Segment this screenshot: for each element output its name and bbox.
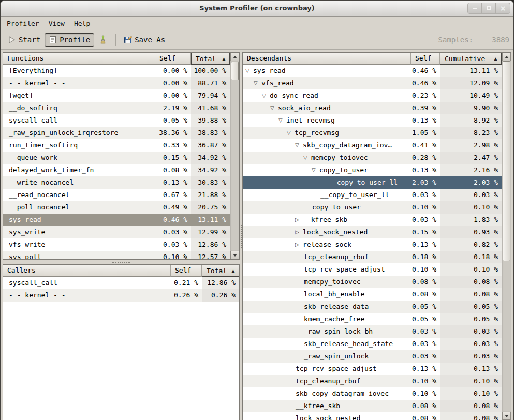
descendants-column-header[interactable]: Descendants [243,53,411,65]
table-row[interactable]: tcp_rcv_space_adjust0.13 %0.13 % [243,363,502,375]
table-cell: 0.15 % [155,152,191,164]
splitter-grip-icon [241,225,242,248]
table-row[interactable]: ▽copy_to_user0.13 %2.16 % [243,164,502,176]
table-row[interactable]: sys_read0.46 %13.11 % [3,214,230,226]
scrollbar-thumb[interactable] [231,62,239,80]
self-column-header[interactable]: Self [411,53,440,65]
table-row[interactable]: __queue_work0.15 %34.92 % [3,152,230,164]
table-row[interactable]: sys_write0.03 %12.99 % [3,226,230,238]
table-row[interactable]: local_bh_enable0.08 %0.08 % [243,288,502,301]
table-cell: 2.16 % [440,164,502,176]
table-row[interactable]: ▽skb_copy_datagram_iov…0.41 %2.98 % [243,139,502,152]
scrollbar-track[interactable] [502,61,511,412]
menu-help[interactable]: Help [69,18,95,29]
table-row[interactable]: syscall_call0.21 %12.86 % [3,277,239,289]
table-row[interactable]: __write_nocancel0.13 %30.83 % [3,176,230,189]
table-row[interactable]: skb_copy_datagram_iovec0.10 %0.10 % [243,387,502,400]
pane-splitter-horizontal[interactable] [3,260,240,264]
table-cell: 12.86 % [191,238,230,251]
save-as-button[interactable]: Save As [120,33,169,47]
scroll-up-button[interactable] [502,53,511,61]
expander-open-icon[interactable]: ▽ [278,114,286,127]
scroll-up-button[interactable] [230,53,239,61]
self-column-header[interactable]: Self [171,265,202,277]
scrollbar-thumb[interactable] [503,61,510,261]
table-row[interactable]: __copy_to_user_ll2.03 %2.03 % [243,176,502,189]
table-row[interactable]: skb_release_data0.05 %0.05 % [243,301,502,313]
reset-button[interactable] [94,33,112,47]
table-cell: __kfree_skb [243,400,411,412]
expander-closed-icon[interactable]: ▷ [295,226,303,238]
expander-open-icon[interactable]: ▽ [295,139,303,152]
table-row[interactable]: [wget]0.00 %79.94 % [3,89,230,102]
table-row[interactable]: __kfree_skb0.08 %0.08 % [243,400,502,412]
table-row[interactable]: __read_nocancel0.67 %21.88 % [3,189,230,201]
total-column-header-sorted[interactable]: Total ▲ [202,265,239,277]
table-row[interactable]: ▷__kfree_skb0.03 %1.83 % [243,214,502,226]
table-row[interactable]: [Everything]0.00 %100.00 % [3,65,230,77]
table-row[interactable]: ▽tcp_recvmsg1.05 %8.23 % [243,127,502,139]
maximize-button[interactable] [482,3,496,13]
expander-open-icon[interactable]: ▽ [303,152,311,164]
table-row[interactable]: __poll_nocancel0.49 %20.75 % [3,201,230,214]
expander-open-icon[interactable]: ▽ [312,164,319,176]
minimize-button[interactable] [468,3,482,13]
profile-button[interactable]: Profile [45,33,94,47]
table-row[interactable]: ▽vfs_read0.46 %12.09 % [243,77,502,89]
table-cell: 0.08 % [411,412,440,420]
functions-column-header[interactable]: Functions [3,53,155,65]
table-row[interactable]: sys_poll0.10 %12.57 % [3,251,230,259]
expander-open-icon[interactable]: ▽ [270,102,278,114]
close-button[interactable]: × [496,3,510,13]
table-row[interactable]: syscall_call0.05 %39.88 % [3,114,230,127]
menu-profiler[interactable]: Profiler [2,18,44,29]
table-row[interactable]: copy_to_user0.10 %0.10 % [243,201,502,214]
brush-icon [98,35,108,44]
self-column-header[interactable]: Self [155,53,191,65]
table-cell: memcpy_toiovec [243,276,411,288]
table-row[interactable]: _raw_spin_lock_bh0.03 %0.03 % [243,325,502,338]
start-button[interactable]: Start [4,33,45,47]
expander-open-icon[interactable]: ▽ [287,127,295,139]
table-row[interactable]: run_timer_softirq0.33 %36.87 % [3,139,230,152]
table-row[interactable]: __do_softirq2.19 %41.68 % [3,102,230,114]
expander-open-icon[interactable]: ▽ [254,77,261,89]
callers-column-header[interactable]: Callers [3,265,171,277]
scroll-down-button[interactable] [230,251,239,259]
table-row[interactable]: ▽sys_read0.46 %13.11 % [243,65,502,77]
table-row[interactable]: memcpy_toiovec0.08 %0.08 % [243,276,502,288]
table-row[interactable]: ▽memcpy_toiovec0.28 %2.47 % [243,152,502,164]
function-name-label: release_sock [303,238,351,251]
table-row[interactable]: ▷release_sock0.13 %0.82 % [243,238,502,251]
table-row[interactable]: tcp_rcv_space_adjust0.10 %0.10 % [243,263,502,276]
table-row[interactable]: - - kernel - -0.26 %0.26 % [3,289,239,302]
table-row[interactable]: kmem_cache_free0.05 %0.05 % [243,313,502,325]
table-row[interactable]: _raw_spin_unlock_irqrestore38.36 %38.83 … [3,127,230,139]
scroll-down-button[interactable] [502,412,511,420]
function-name-label: inet_recvmsg [286,114,335,127]
table-row[interactable]: ▷lock_sock_nested0.15 %0.93 % [243,226,502,238]
function-name-label: __copy_to_user_ll [329,176,398,189]
table-row[interactable]: ▽inet_recvmsg0.13 %8.92 % [243,114,502,127]
table-row[interactable]: ▽do_sync_read0.23 %10.49 % [243,89,502,102]
arrow-down-icon [233,254,237,257]
expander-closed-icon[interactable]: ▷ [295,214,303,226]
expander-open-icon[interactable]: ▽ [262,89,270,102]
table-row[interactable]: lock_sock_nested0.08 %0.08 % [243,412,502,420]
table-row[interactable]: ▽sock_aio_read0.39 %9.90 % [243,102,502,114]
titlebar[interactable]: System Profiler (on crownbay) × [1,1,513,17]
table-row[interactable]: skb_release_head_state0.03 %0.03 % [243,338,502,350]
table-row[interactable]: tcp_cleanup_rbuf0.18 %0.18 % [243,251,502,263]
cumulative-column-header-sorted[interactable]: Cumulative ▲ [440,53,502,65]
table-row[interactable]: delayed_work_timer_fn0.08 %34.92 % [3,164,230,176]
total-column-header-sorted[interactable]: Total ▲ [191,53,230,65]
scrollbar-track[interactable] [230,61,239,251]
expander-closed-icon[interactable]: ▷ [295,238,303,251]
table-row[interactable]: - - kernel - -0.00 %88.71 % [3,77,230,89]
table-row[interactable]: tcp_cleanup_rbuf0.10 %0.10 % [243,375,502,387]
table-row[interactable]: _raw_spin_unlock0.03 %0.03 % [243,350,502,363]
table-row[interactable]: __copy_to_user_ll0.03 %0.03 % [243,189,502,201]
expander-open-icon[interactable]: ▽ [245,65,253,77]
menu-view[interactable]: View [44,18,69,29]
table-row[interactable]: vfs_write0.03 %12.86 % [3,238,230,251]
